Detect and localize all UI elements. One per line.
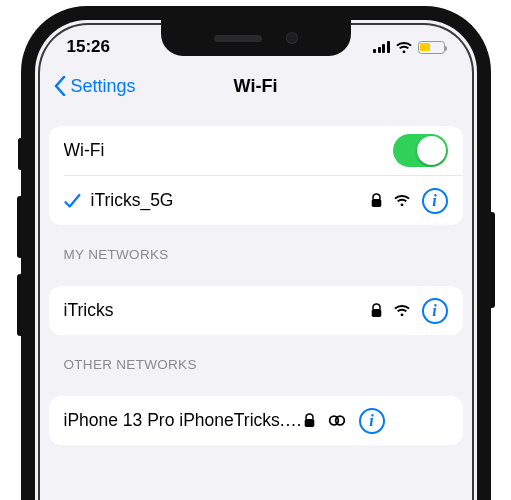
device-camera bbox=[286, 32, 298, 44]
other-networks-group: iPhone 13 Pro iPhoneTricks.org bbox=[49, 396, 463, 445]
status-time: 15:26 bbox=[67, 37, 110, 57]
my-networks-group: iTricks bbox=[49, 286, 463, 335]
connected-network-row[interactable]: iTricks_5G bbox=[49, 176, 463, 225]
connected-ssid: iTricks_5G bbox=[91, 190, 371, 211]
wifi-icon bbox=[395, 41, 413, 54]
hotspot-icon bbox=[326, 414, 348, 427]
battery-icon bbox=[418, 41, 445, 54]
network-row[interactable]: iPhone 13 Pro iPhoneTricks.org bbox=[49, 396, 463, 445]
svg-rect-0 bbox=[371, 199, 381, 207]
device-notch bbox=[161, 20, 351, 56]
svg-rect-2 bbox=[304, 419, 314, 427]
wifi-switch[interactable] bbox=[393, 134, 448, 167]
page-title: Wi-Fi bbox=[234, 76, 278, 97]
network-ssid: iTricks bbox=[64, 300, 371, 321]
lock-icon bbox=[304, 413, 315, 428]
nav-bar: Settings Wi-Fi bbox=[49, 64, 463, 108]
wifi-toggle-label: Wi-Fi bbox=[64, 140, 393, 161]
wifi-signal-icon bbox=[393, 304, 411, 317]
svg-rect-1 bbox=[371, 309, 381, 317]
info-button[interactable] bbox=[359, 408, 385, 434]
back-button[interactable]: Settings bbox=[53, 64, 136, 108]
info-button[interactable] bbox=[422, 298, 448, 324]
wifi-toggle-group: Wi-Fi iTricks_5G bbox=[49, 126, 463, 225]
network-row[interactable]: iTricks bbox=[49, 286, 463, 335]
back-label: Settings bbox=[71, 76, 136, 97]
checkmark-icon bbox=[64, 193, 91, 209]
chevron-left-icon bbox=[53, 76, 67, 96]
wifi-signal-icon bbox=[393, 194, 411, 207]
my-networks-header: My Networks bbox=[49, 225, 463, 268]
lock-icon bbox=[371, 303, 382, 318]
svg-point-4 bbox=[335, 416, 344, 425]
network-ssid: iPhone 13 Pro iPhoneTricks.org bbox=[64, 410, 304, 431]
other-networks-header: Other Networks bbox=[49, 335, 463, 378]
device-screen: 15:26 Settings Wi-Fi bbox=[21, 6, 491, 500]
wifi-toggle-row[interactable]: Wi-Fi bbox=[49, 126, 463, 175]
cellular-icon bbox=[373, 41, 390, 53]
device-speaker bbox=[214, 35, 262, 42]
info-button[interactable] bbox=[422, 188, 448, 214]
lock-icon bbox=[371, 193, 382, 208]
